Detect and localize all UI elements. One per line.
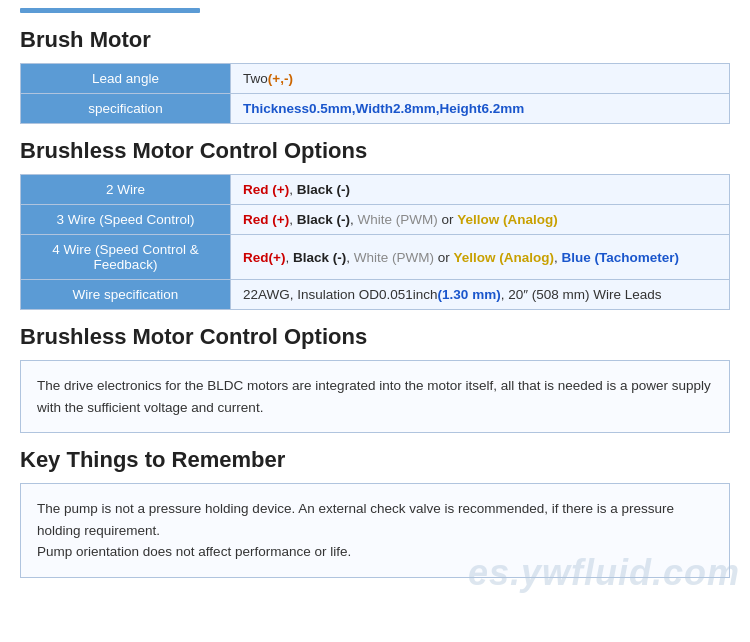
key-things-line-2: Pump orientation does not affect perform…: [37, 541, 713, 563]
brushless-description: The drive electronics for the BLDC motor…: [20, 360, 730, 433]
wire4-blue: Blue (Tachometer): [561, 250, 679, 265]
wire3-yellow: Yellow (Analog): [457, 212, 558, 227]
brush-motor-value-2: Thickness0.5mm,Width2.8mm,Height6.2mm: [231, 94, 730, 124]
wire3-white: White (PWM): [357, 212, 437, 227]
table-row: 4 Wire (Speed Control & Feedback) Red(+)…: [21, 235, 730, 280]
wire3-sep1: ,: [289, 212, 297, 227]
brush-motor-title: Brush Motor: [20, 27, 730, 53]
brush-motor-label-2: specification: [21, 94, 231, 124]
key-things-line-1: The pump is not a pressure holding devic…: [37, 498, 713, 541]
wire3-value: Red (+), Black (-), White (PWM) or Yello…: [231, 205, 730, 235]
wire4-label: 4 Wire (Speed Control & Feedback): [21, 235, 231, 280]
wirespec-text2: , 20″ (508 mm) Wire Leads: [501, 287, 662, 302]
wire2-black: Black (-): [297, 182, 350, 197]
table-row: 3 Wire (Speed Control) Red (+), Black (-…: [21, 205, 730, 235]
table-row: specification Thickness0.5mm,Width2.8mm,…: [21, 94, 730, 124]
top-bar: [20, 8, 200, 13]
brushless-title-2: Brushless Motor Control Options: [20, 324, 730, 350]
key-things-box: The pump is not a pressure holding devic…: [20, 483, 730, 578]
wire3-label: 3 Wire (Speed Control): [21, 205, 231, 235]
wire4-or: or: [434, 250, 454, 265]
wire4-white: White (PWM): [354, 250, 434, 265]
wire3-or: or: [438, 212, 458, 227]
wirespec-label: Wire specification: [21, 280, 231, 310]
wire4-sep1: ,: [285, 250, 293, 265]
page-wrapper: Brush Motor Lead angle Two(+,-) specific…: [0, 0, 750, 612]
wirespec-highlight: (1.30 mm): [438, 287, 501, 302]
wire2-red: Red (+): [243, 182, 289, 197]
table-row: 2 Wire Red (+), Black (-): [21, 175, 730, 205]
wirespec-text: 22AWG, Insulation OD0.051inch: [243, 287, 438, 302]
wire4-yellow: Yellow (Analog): [453, 250, 554, 265]
brush-motor-label-1: Lead angle: [21, 64, 231, 94]
spec-text: Thickness0.5mm,Width2.8mm,Height6.2mm: [243, 101, 524, 116]
wire2-comma: ,: [289, 182, 297, 197]
wire4-black: Black (-): [293, 250, 346, 265]
table-row: Lead angle Two(+,-): [21, 64, 730, 94]
wire4-red: Red(+): [243, 250, 285, 265]
brush-motor-value-1: Two(+,-): [231, 64, 730, 94]
brushless-table-1: 2 Wire Red (+), Black (-) 3 Wire (Speed …: [20, 174, 730, 310]
wirespec-value: 22AWG, Insulation OD0.051inch(1.30 mm), …: [231, 280, 730, 310]
lead-angle-plus: (+,-): [268, 71, 293, 86]
wire2-label: 2 Wire: [21, 175, 231, 205]
wire3-red: Red (+): [243, 212, 289, 227]
brush-motor-table: Lead angle Two(+,-) specification Thickn…: [20, 63, 730, 124]
key-things-title: Key Things to Remember: [20, 447, 730, 473]
lead-angle-text: Two: [243, 71, 268, 86]
wire2-value: Red (+), Black (-): [231, 175, 730, 205]
table-row: Wire specification 22AWG, Insulation OD0…: [21, 280, 730, 310]
brushless-title-1: Brushless Motor Control Options: [20, 138, 730, 164]
wire4-sep2: ,: [346, 250, 354, 265]
wire4-value: Red(+), Black (-), White (PWM) or Yellow…: [231, 235, 730, 280]
wire3-black: Black (-): [297, 212, 350, 227]
